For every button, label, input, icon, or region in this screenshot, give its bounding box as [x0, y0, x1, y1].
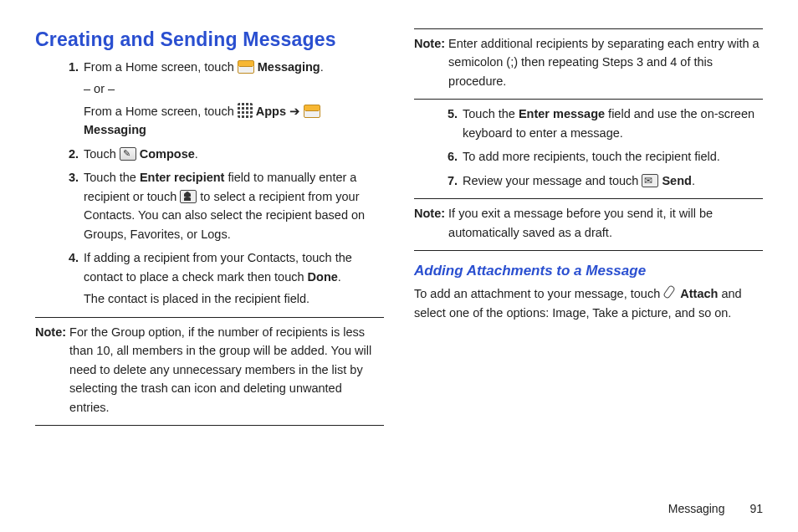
step1b-arrow: ➔ — [286, 105, 304, 118]
divider — [414, 250, 763, 251]
step-7: Review your message and touch Send. — [461, 171, 763, 190]
divider — [414, 198, 763, 199]
step-4: If adding a recipient from your Contacts… — [82, 248, 384, 308]
step2-pre: Touch — [84, 147, 120, 161]
steps-list-right: Touch the Enter message field and use th… — [414, 105, 763, 190]
page: Creating and Sending Messages From a Hom… — [0, 0, 798, 532]
attach-icon — [663, 285, 677, 300]
heading-adding-attachments: Adding Attachments to a Message — [414, 263, 763, 279]
send-icon — [642, 174, 658, 187]
attach-pre: To add an attachment to your message, to… — [414, 287, 663, 300]
step7-pre: Review your message and touch — [463, 174, 642, 187]
step1-or: – or – — [84, 79, 384, 98]
step2-compose-bold: Compose — [140, 147, 195, 161]
divider — [414, 28, 763, 29]
step7-send-bold: Send — [662, 174, 691, 187]
note-label: Note: — [35, 323, 66, 417]
step1b-messaging-bold: Messaging — [84, 123, 146, 136]
apps-grid-icon — [238, 103, 253, 118]
step3-pre: Touch the — [84, 171, 140, 184]
step4-post: . — [338, 270, 341, 284]
messaging-icon — [238, 60, 254, 74]
note-2: Note: Enter additional recipients by sep… — [414, 34, 763, 90]
messaging-icon — [304, 105, 320, 118]
note-3: Note: If you exit a message before you s… — [414, 204, 763, 242]
divider — [35, 425, 384, 426]
note-1: Note: For the Group option, if the numbe… — [35, 323, 384, 417]
step-6: To add more recipients, touch the recipi… — [461, 147, 763, 166]
step1a-text-post: . — [320, 60, 324, 74]
step3-enter-recipient-bold: Enter recipient — [140, 171, 225, 184]
left-column: Creating and Sending Messages From a Hom… — [35, 28, 384, 497]
right-column: Note: Enter additional recipients by sep… — [414, 28, 763, 497]
step1a-text-pre: From a Home screen, touch — [84, 60, 238, 74]
step1b-apps-bold: Apps — [256, 105, 286, 118]
compose-icon — [120, 147, 136, 161]
step4-done-bold: Done — [308, 270, 338, 284]
step1a-messaging-bold: Messaging — [258, 60, 320, 74]
steps-list-left: From a Home screen, touch Messaging. – o… — [35, 58, 384, 309]
attach-bold: Attach — [680, 287, 718, 300]
step2-post: . — [195, 147, 198, 161]
divider — [35, 317, 384, 318]
step-5: Touch the Enter message field and use th… — [461, 105, 763, 142]
step-1: From a Home screen, touch Messaging. – o… — [82, 58, 384, 140]
note1-body: For the Group option, if the number of r… — [68, 323, 384, 417]
page-footer: Messaging 91 — [35, 497, 763, 515]
contact-icon — [180, 190, 197, 203]
step4-extra: The contact is placed in the recipient f… — [84, 289, 384, 308]
divider — [414, 99, 763, 100]
two-column-layout: Creating and Sending Messages From a Hom… — [35, 28, 763, 497]
step5-pre: Touch the — [463, 107, 519, 120]
step1b-text-pre: From a Home screen, touch — [84, 105, 238, 118]
note2-body: Enter additional recipients by separatin… — [447, 34, 763, 90]
footer-chapter: Messaging — [668, 502, 725, 515]
footer-page-number: 91 — [749, 502, 763, 515]
note-label: Note: — [414, 34, 445, 90]
step7-post: . — [692, 174, 695, 187]
note3-body: If you exit a message before you send it… — [447, 204, 763, 242]
step5-enter-message-bold: Enter message — [519, 107, 605, 120]
step-2: Touch Compose. — [82, 145, 384, 163]
heading-creating-sending: Creating and Sending Messages — [35, 28, 384, 51]
note-label: Note: — [414, 204, 445, 242]
step-3: Touch the Enter recipient field to manua… — [82, 168, 384, 243]
